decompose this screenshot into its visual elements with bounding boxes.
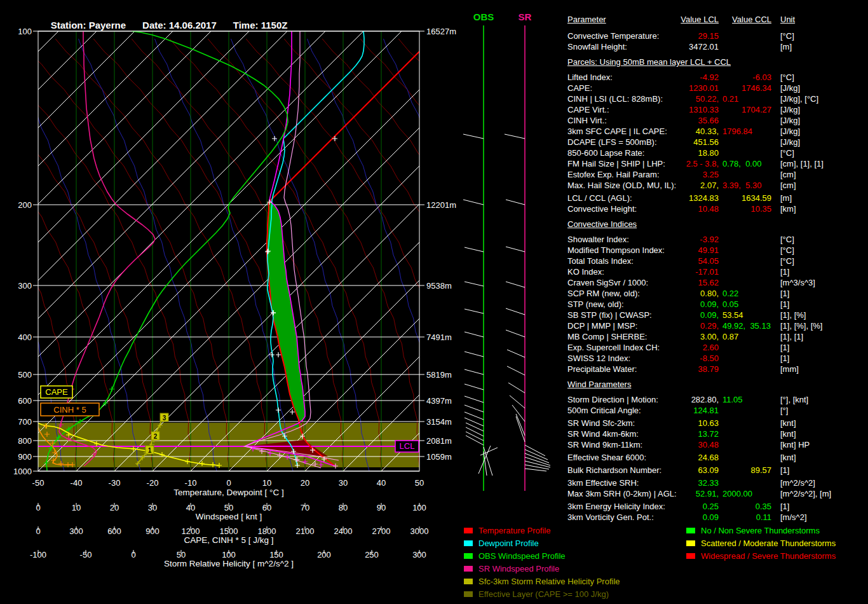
altitude-axis-label: 2081m [426, 436, 452, 446]
table-row: Storm Direction | Motion:282.80,11.05[°]… [567, 394, 866, 405]
profile-legend-swatch [464, 579, 473, 584]
x-axis-tick-label: 50 [224, 503, 233, 512]
skewt-svg: 123CAPECINH * 5LCL1002003004005006007008… [0, 0, 566, 604]
parameter-table: ParameterValue LCLValue CCLUnitConvectiv… [567, 14, 866, 523]
table-row: STP (new, old):0.09,0.05[1] [567, 299, 866, 310]
x-axis-tick-label: 0 [36, 526, 40, 536]
col-header-value-ccl-text: Value CCL [732, 15, 771, 24]
severity-legend-label: No / Non Severe Thunderstorms [701, 526, 820, 535]
altitude-axis-label: 16527m [426, 27, 456, 36]
value-extra: 0.87 [722, 332, 738, 341]
value-lcl-cell: 124.81 [567, 405, 719, 416]
value-ccl-cell: 89.57 [567, 465, 771, 476]
pressure-axis-label: 1000 [13, 467, 32, 476]
value-lcl-cell: 0.29, [567, 320, 719, 331]
table-row: 3km SFC CAPE | IL CAPE:40.33,1796.84[J/k… [567, 126, 866, 137]
value-extra-cell: 0.78, 0.00 [722, 158, 761, 169]
value-ccl: 89.57 [750, 465, 771, 475]
km-marker-label: 3 [163, 415, 166, 422]
x-axis-tick-label: 10 [72, 503, 81, 512]
unit-label: [m] [780, 193, 792, 203]
value-lcl: 2.07, [700, 181, 719, 190]
altitude-axis-label: 9538m [426, 281, 452, 291]
value-lcl-cell: 24.68 [567, 452, 719, 463]
value-extra-cell: 0.22 [722, 288, 738, 299]
altitude-axis-label: 7491m [426, 333, 452, 342]
value-lcl: 29.15 [698, 31, 719, 41]
value-lcl: 40.33, [696, 127, 719, 136]
value-extra-cell: 1796.84 [722, 126, 752, 137]
unit-label: [J/kg] [780, 126, 800, 137]
x-axis-tick-label: 1800 [258, 526, 276, 536]
value-extra-cell: 3.39, 5.30 [722, 180, 761, 191]
profiles-legend: Temperature ProfileDewpoint ProfileOBS W… [464, 524, 620, 600]
value-lcl: 2.5 - 3.8, [686, 159, 719, 168]
pressure-axis-label: 400 [18, 333, 32, 342]
unit-label: [m^3/s^3] [780, 277, 815, 288]
sounding-app-window: Station: PayerneDate: 14.06.2017Time: 11… [0, 0, 868, 604]
profile-legend-item: Sfc-3km Storm Relative Helicity Profile [464, 575, 620, 587]
table-row: CINH | LSI (LCL: 828mB):50.22,0.21[J/kg]… [567, 93, 866, 104]
unit-label: [km] [780, 203, 796, 214]
x-axis-tick-label: 10 [262, 478, 271, 488]
value-extra: 0.00 [745, 159, 761, 168]
pressure-axis-label: 500 [18, 370, 32, 380]
unit-label: [mm] [780, 364, 799, 374]
x-axis-tick-label: 80 [339, 503, 348, 512]
x-axis-tick-label: 50 [177, 550, 186, 559]
x-axis-tick-label: 30 [339, 478, 348, 488]
x-axis-tick-label: 250 [365, 550, 379, 559]
profile-legend-item: OBS Windspeed Profile [464, 549, 620, 562]
value-lcl: 0.29, [700, 321, 719, 331]
table-row: Estofex Exp. Hail Param:3.25[cm] [567, 169, 866, 180]
value-lcl-cell: 2.60 [567, 342, 719, 353]
value-lcl-cell: -8.50 [567, 353, 719, 364]
value-lcl-cell: 3.25 [567, 169, 719, 180]
x-axis-tick-label: 2100 [296, 526, 315, 536]
value-extra: 5.30 [745, 181, 761, 190]
x-axis-tick-label: 30 [148, 503, 157, 512]
value-extra: 1796.84 [722, 127, 752, 136]
lcl-label: LCL [400, 441, 415, 451]
table-row: FM Hail Size | SHIP | LHP:2.5 - 3.8,0.78… [567, 158, 866, 169]
value-extra-cell: 11.05 [722, 394, 743, 405]
x-axis-tick-label: -100 [30, 550, 46, 559]
value-extra: 0.05 [722, 299, 738, 309]
x-axis-tick-label: 3000 [410, 526, 429, 536]
table-section-header: Wind Parameters [567, 374, 866, 394]
value-ccl-cell: -6.03 [567, 72, 771, 83]
x-axis-tick-label: -40 [71, 478, 83, 488]
x-axis-tick-label: -10 [185, 478, 197, 488]
x-axis-tick-label: 100 [412, 503, 426, 512]
value-ccl-cell: 0.35 [567, 501, 771, 512]
value-lcl: 0.09, [700, 310, 719, 320]
value-ccl: -6.03 [752, 72, 771, 82]
sr-column-label: SR [519, 11, 532, 22]
altitude-axis-label: 12201m [426, 200, 456, 210]
severity-legend-swatch [686, 540, 695, 546]
value-lcl-cell: 451.56 [567, 137, 719, 148]
x-axis-tick-label: 300 [69, 526, 83, 536]
table-row: SR Wind Sfc-2km:10.63[knt] [567, 418, 866, 429]
value-lcl: 124.81 [693, 406, 719, 415]
value-lcl: 282.80, [691, 395, 719, 404]
pressure-axis-label: 900 [18, 452, 32, 462]
wind-barbs [463, 134, 550, 476]
x-axis-title: Windspeed [ knt ] [196, 512, 262, 521]
unit-label: [m^2/s^2] [780, 477, 815, 488]
value-extra-cell: 49.92, 35.13 [722, 320, 771, 331]
value-lcl-cell: 3.00, [567, 331, 719, 342]
value-lcl-cell: 0.80, [567, 288, 719, 299]
value-ccl: 0.35 [756, 502, 771, 511]
x-axis-title: Temperature, Dewpoint [ °C ] [173, 488, 283, 497]
table-row: 3km Effective SRH:32.33[m^2/s^2] [567, 477, 866, 488]
unit-label: [J/kg] [780, 115, 800, 126]
severity-legend-item: No / Non Severe Thunderstorms [686, 524, 836, 537]
pressure-axis-label: 700 [18, 417, 32, 427]
value-lcl-cell: 50.22, [567, 93, 719, 104]
value-lcl-cell: 30.48 [567, 439, 719, 450]
x-axis-tick-label: 2700 [372, 526, 391, 536]
value-lcl: 50.22, [696, 94, 719, 104]
section-title: Wind Parameters [567, 380, 631, 389]
value-lcl-cell: 52.91, [567, 488, 719, 499]
